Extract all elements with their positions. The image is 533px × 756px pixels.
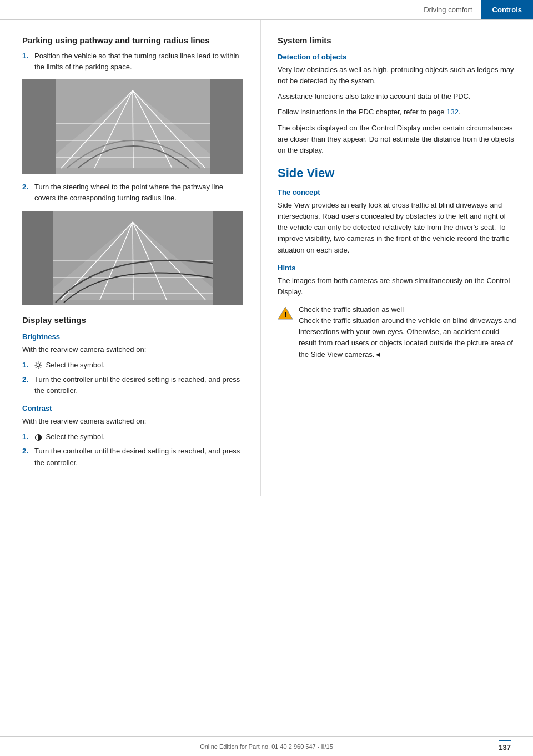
- warning-line-1: Check the traffic situation as well: [299, 305, 404, 314]
- parking-image-1: [22, 79, 243, 174]
- parking-steps-2: 2. Turn the steering wheel to the point …: [22, 182, 244, 204]
- main-content: Parking using pathway and turning radius…: [0, 20, 533, 496]
- header-controls: Controls: [481, 0, 533, 19]
- brightness-step-num-1: 1.: [22, 360, 34, 371]
- brightness-intro: With the rearview camera switched on:: [22, 344, 244, 355]
- contrast-intro: With the rearview camera switched on:: [22, 416, 244, 427]
- parking-title: Parking using pathway and turning radius…: [22, 36, 244, 45]
- contrast-step-1: 1. Select the symbol.: [22, 431, 244, 442]
- brightness-step-1: 1. Select the sy: [22, 360, 244, 371]
- footer-text: Online Edition for Part no. 01 40 2 960 …: [200, 743, 333, 750]
- system-limits-title: System limits: [278, 36, 516, 45]
- left-column: Parking using pathway and turning radius…: [0, 20, 261, 496]
- svg-line-30: [41, 367, 41, 368]
- header-driving-comfort: Driving comfort: [415, 6, 481, 14]
- step-num-2: 2.: [22, 182, 34, 193]
- concept-text: Side View provides an early look at cros…: [278, 200, 516, 256]
- svg-line-4: [133, 90, 133, 168]
- step-text-1: Position the vehicle so that the turning…: [34, 51, 244, 73]
- sun-icon: [34, 361, 42, 369]
- contrast-step-text-2: Turn the controller until the desired se…: [34, 446, 244, 468]
- contrast-step-num-2: 2.: [22, 446, 34, 457]
- detection-para-3: Follow instructions in the PDC chapter, …: [278, 107, 516, 118]
- parking-step-2: 2. Turn the steering wheel to the point …: [22, 182, 244, 204]
- parking-step-1: 1. Position the vehicle so that the turn…: [22, 51, 244, 73]
- parking-svg-2: [22, 211, 243, 305]
- detection-subtitle: Detection of objects: [278, 53, 516, 61]
- detection-para-2: Assistance functions also take into acco…: [278, 91, 516, 102]
- svg-marker-23: [213, 211, 243, 305]
- warning-text-block: Check the traffic situation as well Chec…: [299, 304, 516, 360]
- detection-para-4: The objects displayed on the Control Dis…: [278, 123, 516, 156]
- display-settings-section: Display settings Brightness With the rea…: [22, 315, 244, 468]
- step-text-2: Turn the steering wheel to the point whe…: [34, 182, 244, 204]
- contrast-step-num-1: 1.: [22, 431, 34, 442]
- svg-marker-22: [22, 211, 53, 305]
- brightness-step-num-2: 2.: [22, 374, 34, 385]
- svg-line-31: [41, 362, 41, 363]
- contrast-subtitle: Contrast: [22, 404, 244, 412]
- hints-subtitle: Hints: [278, 264, 516, 272]
- brightness-subtitle: Brightness: [22, 332, 244, 341]
- svg-text:!: !: [284, 310, 287, 319]
- contrast-step-2: 2. Turn the controller until the desired…: [22, 446, 244, 468]
- side-view-title: Side View: [278, 166, 516, 180]
- hints-text: The images from both cameras are shown s…: [278, 275, 516, 298]
- half-circle-icon: [34, 434, 42, 441]
- contrast-steps: 1. Select the symbol. 2. Turn the contro…: [22, 431, 244, 468]
- detection-para-1: Very low obstacles as well as high, prot…: [278, 64, 516, 87]
- svg-line-32: [36, 367, 36, 368]
- brightness-step-2: 2. Turn the controller until the desired…: [22, 374, 244, 396]
- warning-triangle-icon: !: [278, 305, 293, 321]
- concept-subtitle: The concept: [278, 188, 516, 196]
- display-settings-title: Display settings: [22, 315, 244, 325]
- parking-svg-1: [22, 79, 243, 174]
- warning-line-2: Check the traffic situation around the v…: [299, 316, 516, 358]
- page-header: Driving comfort Controls: [0, 0, 533, 20]
- page-number: 137: [499, 740, 511, 752]
- right-column: System limits Detection of objects Very …: [261, 20, 533, 496]
- step-num-1: 1.: [22, 51, 34, 62]
- parking-steps: 1. Position the vehicle so that the turn…: [22, 51, 244, 73]
- svg-marker-11: [210, 79, 243, 174]
- brightness-steps: 1. Select the sy: [22, 360, 244, 396]
- svg-point-24: [37, 364, 40, 367]
- svg-marker-10: [22, 79, 56, 174]
- page-link: 132: [446, 108, 459, 116]
- brightness-step-text-1: Select the symbol.: [34, 360, 244, 371]
- brightness-step-text-2: Turn the controller until the desired se…: [34, 374, 244, 396]
- page-footer: Online Edition for Part no. 01 40 2 960 …: [0, 736, 533, 756]
- contrast-step-text-1: Select the symbol.: [34, 431, 244, 442]
- parking-image-2: [22, 211, 243, 305]
- warning-box: ! Check the traffic situation as well Ch…: [278, 304, 516, 360]
- svg-line-29: [36, 362, 36, 363]
